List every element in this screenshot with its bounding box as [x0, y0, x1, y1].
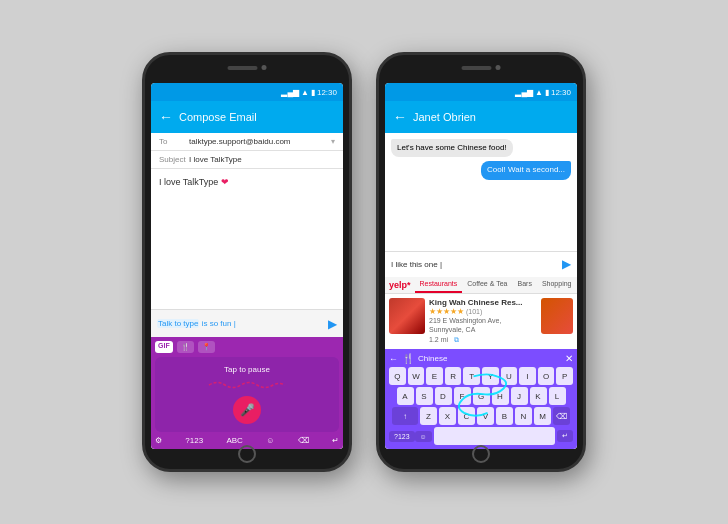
send-button-2[interactable]: ▶ [562, 257, 571, 271]
key-U[interactable]: U [501, 367, 518, 385]
key-V[interactable]: V [477, 407, 494, 425]
mic-icon: 🎤 [240, 403, 255, 417]
chat-input-row[interactable]: I like this one | ▶ [385, 251, 577, 277]
pin-button[interactable]: 📍 [198, 341, 215, 353]
yelp-restaurant-image [389, 298, 425, 334]
status-bar-2: ▂▄▆ ▲ ▮ 12:30 [385, 83, 577, 101]
key-B[interactable]: B [496, 407, 513, 425]
abc-button[interactable]: ABC [226, 436, 242, 445]
key-G[interactable]: G [473, 387, 490, 405]
key-W[interactable]: W [408, 367, 425, 385]
yelp-tab-coffee[interactable]: Coffee & Tea [462, 277, 512, 293]
voice-input-text: Talk to type is so fun | [157, 319, 324, 328]
back-button-1[interactable]: ← [159, 109, 173, 125]
yelp-tabs: yelp* Restaurants Coffee & Tea Bars Shop… [385, 277, 577, 294]
key-T[interactable]: T [463, 367, 480, 385]
home-button-2[interactable] [472, 445, 490, 463]
key-A[interactable]: A [397, 387, 414, 405]
key-F[interactable]: F [454, 387, 471, 405]
email-body-area[interactable]: I love TalkType ❤ [151, 169, 343, 309]
voice-recording-area: Tap to pause 🎤 [155, 357, 339, 432]
enter-button-2[interactable]: ↵ [557, 430, 573, 442]
subject-value: I love TalkType [189, 155, 335, 164]
signal-2: ▂▄▆ [515, 88, 533, 97]
yelp-result-item[interactable]: King Wah Chinese Res... ★★★★★ (101) 219 … [385, 294, 577, 349]
keyboard-bottom-bar-1: ⚙ ?123 ABC ☺ ⌫ ↵ [155, 436, 339, 445]
back-button-2[interactable]: ← [393, 109, 407, 125]
key-J[interactable]: J [511, 387, 528, 405]
wifi-icon: ▲ [301, 88, 309, 97]
tap-to-pause-text[interactable]: Tap to pause [224, 365, 270, 374]
wifi-2: ▲ [535, 88, 543, 97]
kb2-fork-icon[interactable]: 🍴 [402, 353, 414, 364]
mic-button[interactable]: 🎤 [233, 396, 261, 424]
key-R[interactable]: R [445, 367, 462, 385]
subject-field[interactable]: Subject I love TalkType [151, 151, 343, 169]
space-bar[interactable] [434, 427, 555, 445]
num-button-2[interactable]: ?123 [389, 431, 415, 442]
message-sent-1: Cool! Wait a second... [481, 161, 571, 179]
keyboard-toolbar-2: ← 🍴 Chinese ✕ [389, 353, 573, 364]
time-display-1: 12:30 [317, 88, 337, 97]
message-received-1: Let's have some Chinese food! [391, 139, 513, 157]
email-compose-body: To talktype.support@baidu.com ▾ Subject … [151, 133, 343, 449]
home-button-1[interactable] [238, 445, 256, 463]
yelp-stars: ★★★★★ (101) [429, 307, 537, 316]
yelp-tab-bars[interactable]: Bars [512, 277, 536, 293]
emoji-button-1[interactable]: ☺ [266, 436, 274, 445]
key-X[interactable]: X [439, 407, 456, 425]
gear-button[interactable]: ⚙ [155, 436, 162, 445]
key-D[interactable]: D [435, 387, 452, 405]
yelp-tab-shopping[interactable]: Shopping [537, 277, 577, 293]
to-field[interactable]: To talktype.support@baidu.com ▾ [151, 133, 343, 151]
keyboard-row-2: A S D F G H J K L [389, 387, 573, 405]
keyboard-bottom-bar-2: ?123 ☺ ↵ [389, 427, 573, 445]
yelp-section: yelp* Restaurants Coffee & Tea Bars Shop… [385, 277, 577, 349]
keyboard-area-1: GIF 🍴 📍 Tap to pause 🎤 [151, 337, 343, 449]
emoji-button-2[interactable]: ☺ [415, 431, 432, 442]
kb2-close-button[interactable]: ✕ [565, 353, 573, 364]
key-N[interactable]: N [515, 407, 532, 425]
keyboard-area-2: ← 🍴 Chinese ✕ Q W E R T [385, 349, 577, 449]
chat-input-text: I like this one | [391, 260, 558, 269]
gif-button[interactable]: GIF [155, 341, 173, 353]
key-H[interactable]: H [492, 387, 509, 405]
key-S[interactable]: S [416, 387, 433, 405]
yelp-address: 219 E Washington Ave,Sunnyvale, CA [429, 316, 537, 336]
keyboard-keys-container: Q W E R T Y U I O P A [389, 367, 573, 425]
kb2-back-icon[interactable]: ← [389, 354, 398, 364]
yelp-logo: yelp* [385, 277, 415, 293]
num-button-1[interactable]: ?123 [185, 436, 203, 445]
scene: ▂▄▆ ▲ ▮ 12:30 ← Compose Email To talktyp… [0, 0, 728, 524]
chat-body: Let's have some Chinese food! Cool! Wait… [385, 133, 577, 449]
key-K[interactable]: K [530, 387, 547, 405]
key-O[interactable]: O [538, 367, 555, 385]
voice-input-row[interactable]: Talk to type is so fun | ▶ [151, 309, 343, 337]
key-shift[interactable]: ↑ [392, 407, 418, 425]
key-Y[interactable]: Y [482, 367, 499, 385]
enter-button-1[interactable]: ↵ [332, 436, 339, 445]
to-label: To [159, 137, 185, 146]
send-button-1[interactable]: ▶ [328, 317, 337, 331]
key-P[interactable]: P [556, 367, 573, 385]
delete-button-1[interactable]: ⌫ [298, 436, 309, 445]
chevron-down-icon: ▾ [331, 137, 335, 146]
signal-icons-1: ▂▄▆ ▲ ▮ 12:30 [281, 88, 337, 97]
key-M[interactable]: M [534, 407, 551, 425]
fork-button[interactable]: 🍴 [177, 341, 194, 353]
compose-email-title: Compose Email [179, 111, 257, 123]
key-L[interactable]: L [549, 387, 566, 405]
phone-2-screen: ▂▄▆ ▲ ▮ 12:30 ← Janet Obrien Let's have … [385, 83, 577, 449]
key-Z[interactable]: Z [420, 407, 437, 425]
time-display-2: 12:30 [551, 88, 571, 97]
key-Q[interactable]: Q [389, 367, 406, 385]
to-value: talktype.support@baidu.com [189, 137, 327, 146]
key-C[interactable]: C [458, 407, 475, 425]
yelp-link-icon[interactable]: ⧉ [454, 336, 459, 343]
chat-title: Janet Obrien [413, 111, 476, 123]
key-I[interactable]: I [519, 367, 536, 385]
key-E[interactable]: E [426, 367, 443, 385]
yelp-tab-restaurants[interactable]: Restaurants [415, 277, 463, 293]
key-delete[interactable]: ⌫ [553, 407, 570, 425]
kb2-category-label: Chinese [418, 354, 447, 363]
